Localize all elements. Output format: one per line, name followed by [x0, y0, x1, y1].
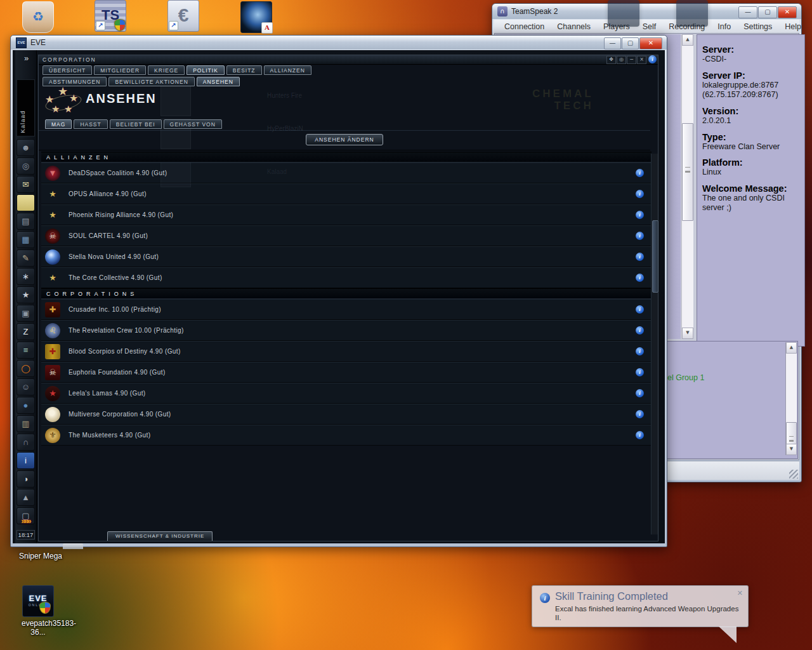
info-icon[interactable]: i	[636, 169, 644, 177]
mail-icon[interactable]: ✉	[16, 176, 35, 193]
info-icon[interactable]: i	[636, 274, 644, 282]
close-button[interactable]: ✕	[639, 37, 662, 50]
channel-tree-scrollbar[interactable]: ▲ ▼	[681, 34, 693, 339]
standings-row-stella-nova-united-4-90-gut[interactable]: Stella Nova United 4.90 (Gut)i	[41, 246, 652, 267]
change-standings-button[interactable]: ANSEHEN ÄNDERN	[306, 134, 383, 145]
tab-abstimmungen[interactable]: ABSTIMMUNGEN	[43, 77, 107, 86]
tab-gehasst-von[interactable]: GEHASST VON	[164, 119, 222, 129]
character-icon[interactable]: ◑	[16, 470, 35, 488]
maximize-button[interactable]: ▢	[758, 6, 777, 18]
info-icon[interactable]: i	[636, 253, 644, 261]
standings-row-crusader-inc-10-00-pr-chtig[interactable]: ✚Crusader Inc. 10.00 (Prächtig)i	[41, 299, 652, 320]
corporation-icon[interactable]: ★	[16, 286, 35, 303]
standings-row-euphoria-foundation-4-90-gut[interactable]: ☠Euphoria Foundation 4.90 (Gut)i	[41, 362, 652, 383]
info-icon[interactable]: i	[636, 368, 644, 376]
toggle-icon[interactable]: ◎	[617, 56, 626, 64]
menu-item-channels[interactable]: Channels	[551, 22, 597, 31]
resize-grip[interactable]	[789, 470, 798, 479]
close-icon[interactable]: ×	[637, 56, 646, 64]
tab-besitz[interactable]: BESITZ	[226, 65, 262, 75]
standings-row-the-musketeers-4-90-gut[interactable]: ⚜The Musketeers 4.90 (Gut)i	[41, 425, 652, 446]
corporation-panel-header[interactable]: CORPORATION ✥◎−× i	[39, 55, 658, 65]
assets-icon[interactable]: ▣	[16, 305, 35, 322]
tab-allianzen[interactable]: ALLIANZEN	[264, 65, 311, 75]
scroll-thumb[interactable]	[652, 220, 658, 293]
character-portrait-panel[interactable]: Kalaad	[16, 79, 35, 136]
info-icon[interactable]: i	[636, 410, 644, 418]
standings-row-the-revelation-crew-10-00-pr-chtig[interactable]: ♌The Revelation Crew 10.00 (Prächtig)i	[41, 320, 652, 341]
neocom-expand-button[interactable]: »	[15, 50, 36, 63]
minimize-button[interactable]: —	[738, 6, 757, 18]
info-icon[interactable]: i	[636, 232, 644, 240]
info-icon[interactable]: i	[636, 305, 644, 314]
standings-row-multiverse-corporation-4-90-gut[interactable]: Multiverse Corporation 4.90 (Gut)i	[41, 404, 652, 425]
audio-icon[interactable]: ∩	[16, 434, 35, 451]
info-icon[interactable]: i	[636, 389, 644, 397]
menu-item-self[interactable]: Self	[636, 22, 663, 31]
contracts-icon[interactable]: ✎	[16, 249, 35, 267]
standings-row-phoenix-rising-alliance-4-90-gut[interactable]: ★Phoenix Rising Alliance 4.90 (Gut)i	[41, 204, 652, 225]
ship-icon[interactable]: ▲	[16, 489, 35, 506]
menu-item-connection[interactable]: Connection	[498, 22, 551, 31]
tab-beliebt-bei[interactable]: BELIEBT BEI	[110, 119, 162, 129]
menu-item-info[interactable]: Info	[711, 22, 737, 31]
info-icon[interactable]: i	[636, 347, 644, 355]
tab-bewilligte-aktionen[interactable]: BEWILLIGTE AKTIONEN	[108, 77, 194, 86]
event-log-scrollbar[interactable]: ▲ ▼	[785, 342, 797, 455]
journal-icon[interactable]: ▥	[16, 415, 35, 432]
minimize-button[interactable]: —	[604, 37, 621, 50]
tab-kriege[interactable]: KRIEGE	[148, 65, 185, 75]
pdf-desktop-icon[interactable]: A	[240, 1, 273, 33]
sniper-mega-label[interactable]: Sniper Mega	[19, 552, 62, 560]
browser-icon[interactable]: ●	[16, 397, 35, 414]
scroll-up-arrow[interactable]: ▲	[786, 342, 797, 354]
standings-row-leela-s-lamas-4-90-gut[interactable]: ★Leela's Lamas 4.90 (Gut)i	[41, 383, 652, 404]
list-scrollbar[interactable]	[651, 154, 658, 534]
evepatch-desktop-icon[interactable]: EVE ONLINE evepatch35183-36...	[22, 585, 55, 637]
tab-mitglieder[interactable]: MITGLIEDER	[94, 65, 146, 75]
chat-icon[interactable]: ☺	[16, 378, 35, 395]
standings-row-blood-scorpios-of-destiny-4-90-gut[interactable]: ✚Blood Scorpios of Destiny 4.90 (Gut)i	[41, 341, 652, 362]
market-icon[interactable]: ◎	[16, 157, 35, 175]
scroll-thumb[interactable]	[682, 123, 693, 221]
standings-row-the-core-collective-4-90-gut[interactable]: ★The Core Collective 4.90 (Gut)i	[41, 267, 652, 288]
wallet-icon[interactable]: ▦	[16, 231, 35, 248]
help-ring-icon[interactable]: ◯	[16, 360, 35, 377]
tab-bersicht[interactable]: ÜBERSICHT	[43, 65, 92, 75]
notification-close-button[interactable]: ✕	[737, 589, 743, 597]
tab-hasst[interactable]: HASST	[74, 119, 107, 129]
neocom-more-button[interactable]: »»»	[15, 517, 36, 526]
info-icon[interactable]: i	[636, 431, 644, 439]
map-icon[interactable]: ∗	[16, 268, 35, 285]
scroll-down-arrow[interactable]: ▼	[682, 328, 693, 339]
tab-ansehen[interactable]: ANSEHEN	[197, 77, 240, 86]
info-icon[interactable]: i	[648, 55, 657, 63]
menu-item-help[interactable]: Help	[778, 22, 808, 31]
standings-row-soul-cartel-4-90-gut[interactable]: ☠SOUL CARTEL 4.90 (Gut)i	[41, 225, 652, 246]
tutorial-icon[interactable]: i	[16, 452, 35, 469]
pin-icon[interactable]: ✥	[606, 56, 616, 64]
menu-item-settings[interactable]: Settings	[737, 22, 778, 31]
people-places-icon[interactable]: ▤	[16, 213, 35, 230]
standings-row-deadspace-coalition-4-90-gut[interactable]: ▼DeaDSpace Coalition 4.90 (Gut)i	[41, 162, 652, 183]
teamspeak-desktop-icon[interactable]: TS ↗	[94, 0, 127, 32]
tab-mag[interactable]: MAG	[45, 119, 72, 129]
tab-politik[interactable]: POLITIK	[187, 65, 225, 75]
log-off-icon[interactable]: Z	[16, 323, 35, 340]
recycle-bin-icon[interactable]: ♻	[22, 1, 55, 33]
scroll-down-arrow[interactable]: ▼	[786, 444, 797, 455]
minimize-icon[interactable]: −	[627, 56, 636, 64]
scroll-up-arrow[interactable]: ▲	[682, 34, 693, 46]
character-sheet-icon[interactable]: ☻	[16, 139, 35, 156]
maximize-button[interactable]: ▢	[622, 37, 639, 50]
euro-desktop-icon[interactable]: € ↗	[167, 0, 200, 32]
info-icon[interactable]: i	[636, 211, 644, 219]
close-button[interactable]: ✕	[778, 6, 797, 18]
info-icon[interactable]: i	[636, 190, 644, 198]
teamspeak-titlebar[interactable]: ∩ TeamSpeak 2 — ▢ ✕	[492, 4, 801, 19]
eve-titlebar[interactable]: EVE EVE — ▢ ✕	[11, 36, 667, 50]
notepad-icon[interactable]	[16, 194, 35, 211]
science-industry-docked-tab[interactable]: WISSENSCHAFT & INDUSTRIE	[107, 531, 213, 541]
info-icon[interactable]: i	[636, 326, 644, 335]
standings-row-opus-alliance-4-90-gut[interactable]: ★OPUS Alliance 4.90 (Gut)i	[41, 183, 652, 204]
